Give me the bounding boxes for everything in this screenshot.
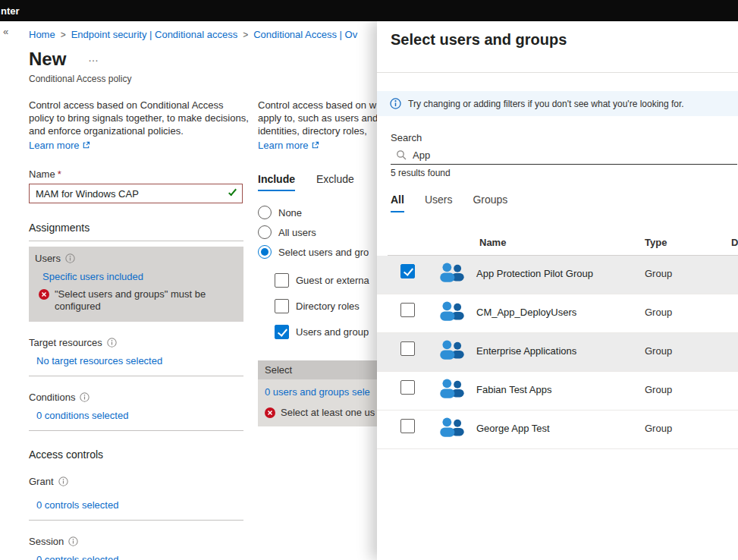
row-type: Group xyxy=(645,423,672,434)
users-error: "Select users and groups" must be config… xyxy=(39,288,237,313)
assignments-heading: Assignments xyxy=(29,222,250,234)
name-field xyxy=(29,184,243,203)
row-checkbox[interactable] xyxy=(400,264,415,278)
radio-label: All users xyxy=(278,227,316,238)
tab-groups[interactable]: Groups xyxy=(473,193,507,212)
search-label: Search xyxy=(391,132,422,143)
info-banner: Try changing or adding filters if you do… xyxy=(377,91,738,116)
policy-form: Control access based on Conditional Acce… xyxy=(29,99,250,560)
table-row[interactable]: App Protection Pilot Group Group xyxy=(377,256,738,294)
checkbox[interactable] xyxy=(275,299,289,313)
info-icon xyxy=(390,98,401,109)
learn-more-label: Learn more xyxy=(258,140,308,151)
app-title-partial: nter xyxy=(1,5,20,17)
session-label: Session xyxy=(29,536,250,547)
breadcrumb-item[interactable]: Conditional Access | Ov xyxy=(253,29,357,40)
more-menu-button[interactable]: … xyxy=(88,52,99,64)
external-link-icon xyxy=(82,141,90,149)
tab-include[interactable]: Include xyxy=(258,173,295,191)
table-row[interactable]: George App Test Group xyxy=(377,411,738,449)
collapse-sidebar-icon[interactable]: « xyxy=(3,26,8,37)
search-input[interactable] xyxy=(413,149,737,161)
row-checkbox[interactable] xyxy=(400,380,415,395)
group-icon xyxy=(438,300,466,322)
info-icon xyxy=(107,338,117,348)
info-icon xyxy=(68,536,78,546)
info-message: Try changing or adding filters if you do… xyxy=(408,99,684,109)
top-app-bar: nter xyxy=(0,0,738,21)
breadcrumb-separator: > xyxy=(61,30,66,40)
radio-label: None xyxy=(278,207,302,219)
external-link-icon xyxy=(311,141,319,149)
target-resources-link[interactable]: No target resources selected xyxy=(36,355,162,367)
row-checkbox[interactable] xyxy=(400,341,415,356)
selected-users-link[interactable]: 0 users and groups sele xyxy=(265,386,370,398)
info-icon xyxy=(80,392,90,402)
divider xyxy=(29,520,243,521)
policy-name-input[interactable] xyxy=(29,184,243,203)
panel-title: Select users and groups xyxy=(391,31,567,49)
checkbox-label: Directory roles xyxy=(296,300,360,312)
column-header-details[interactable]: D xyxy=(731,237,738,248)
divider xyxy=(377,72,738,73)
row-name: CM_App_DeployUsers xyxy=(476,307,576,318)
column-header-type[interactable]: Type xyxy=(645,237,667,248)
divider xyxy=(29,430,243,431)
users-included-link[interactable]: Specific users included xyxy=(42,271,143,282)
row-name: George App Test xyxy=(476,423,550,434)
learn-more-label: Learn more xyxy=(29,140,79,151)
breadcrumb-item[interactable]: Home xyxy=(29,29,55,40)
row-checkbox[interactable] xyxy=(400,419,415,433)
results-table: App Protection Pilot Group Group CM_App_… xyxy=(377,256,738,449)
policy-description: Control access based on Conditional Acce… xyxy=(29,99,250,137)
radio-button[interactable] xyxy=(258,245,272,259)
radio-button[interactable] xyxy=(258,225,272,239)
error-icon xyxy=(265,407,275,418)
tab-all[interactable]: All xyxy=(391,193,404,212)
conditions-label: Conditions xyxy=(29,392,250,403)
checkbox-label: Users and group xyxy=(296,326,369,338)
group-icon xyxy=(438,338,466,361)
radio-button[interactable] xyxy=(258,206,272,219)
learn-more-link[interactable]: Learn more xyxy=(29,140,250,151)
result-tabs: AllUsersGroups xyxy=(391,193,507,212)
radio-label: Select users and gro xyxy=(278,247,369,258)
row-type: Group xyxy=(645,384,672,395)
users-assignment-card[interactable]: Users Specific users included "Select us… xyxy=(29,247,243,322)
table-row[interactable]: Enterprise Applications Group xyxy=(377,333,738,372)
checkbox[interactable] xyxy=(275,325,289,339)
table-row[interactable]: Fabian Test Apps Group xyxy=(377,372,738,411)
row-type: Group xyxy=(645,307,672,318)
error-icon xyxy=(39,289,49,300)
name-label: Name* xyxy=(29,168,250,180)
divider xyxy=(29,376,243,376)
results-count: 5 results found xyxy=(391,168,451,178)
grant-label: Grant xyxy=(29,476,250,487)
checkbox-label: Guest or externa xyxy=(296,275,369,286)
row-checkbox[interactable] xyxy=(400,303,415,317)
column-header-name[interactable]: Name xyxy=(479,237,506,248)
tab-exclude[interactable]: Exclude xyxy=(316,173,354,191)
session-link[interactable]: 0 controls selected xyxy=(36,554,118,560)
select-error-text: Select at least one us xyxy=(281,407,375,418)
search-box[interactable] xyxy=(391,146,737,165)
breadcrumb-item[interactable]: Endpoint security | Conditional access xyxy=(71,29,237,40)
conditions-link[interactable]: 0 conditions selected xyxy=(36,410,128,421)
divider xyxy=(29,241,243,241)
tab-users[interactable]: Users xyxy=(425,193,453,212)
group-icon xyxy=(438,261,466,284)
table-row[interactable]: CM_App_DeployUsers Group xyxy=(377,294,738,333)
row-name: Enterprise Applications xyxy=(476,345,576,357)
row-type: Group xyxy=(645,268,672,279)
users-label: Users xyxy=(35,253,237,264)
info-icon xyxy=(58,477,68,486)
info-icon xyxy=(65,253,75,263)
row-name: App Protection Pilot Group xyxy=(476,268,593,279)
target-resources-label: Target resources xyxy=(29,337,250,348)
page-title: New xyxy=(29,49,66,70)
breadcrumb: Home>Endpoint security | Conditional acc… xyxy=(29,29,357,40)
search-icon xyxy=(396,149,407,160)
grant-link[interactable]: 0 controls selected xyxy=(36,499,118,511)
checkbox[interactable] xyxy=(275,273,289,288)
access-controls-heading: Access controls xyxy=(29,448,250,461)
